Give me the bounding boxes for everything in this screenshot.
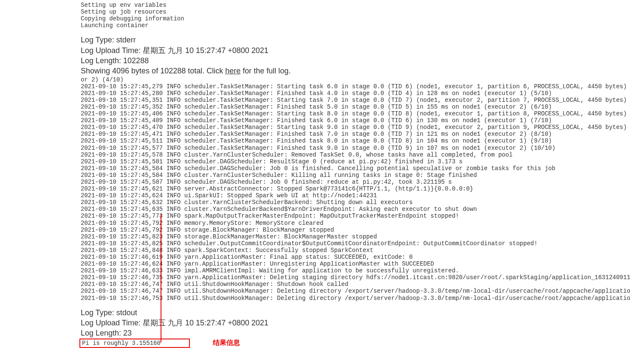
stderr-showing-line: Showing 4096 bytes of 102288 total. Clic… bbox=[81, 66, 630, 76]
stdout-log-length: Log Length: 23 bbox=[81, 328, 630, 338]
stdout-log-type: Log Type: stdout bbox=[81, 308, 630, 318]
stderr-upload-time: Log Upload Time: 星期五 九月 10 15:27:47 +080… bbox=[81, 45, 630, 56]
stderr-log-body: or 2) (4/10) 2021-09-10 15:27:45,279 INF… bbox=[81, 76, 630, 302]
annotation-label: 结果信息 bbox=[213, 339, 240, 347]
pre-log-lines: Setting up env variables Setting up job … bbox=[81, 2, 630, 29]
stderr-log-type: Log Type: stderr bbox=[81, 35, 630, 45]
showing-suffix: for the full log. bbox=[240, 67, 291, 75]
stdout-upload-time: Log Upload Time: 星期五 九月 10 15:27:47 +080… bbox=[81, 318, 630, 328]
showing-prefix: Showing 4096 bytes of 102288 total. Clic… bbox=[81, 67, 225, 75]
stderr-log-length: Log Length: 102288 bbox=[81, 56, 630, 66]
annotation-vertical-line bbox=[161, 214, 161, 342]
stdout-result-box: Pi is roughly 3.155160 bbox=[79, 339, 190, 348]
full-log-link[interactable]: here bbox=[225, 67, 240, 75]
stdout-result-row: Pi is roughly 3.155160 结果信息 bbox=[79, 339, 630, 348]
